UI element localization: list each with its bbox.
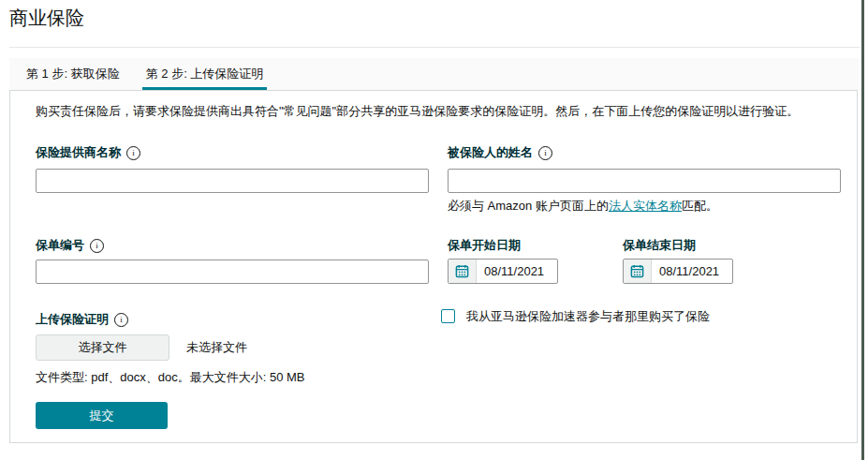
- policy-start-date-label: 保单开始日期: [448, 237, 521, 254]
- no-file-selected-text: 未选择文件: [186, 339, 247, 356]
- tab-step1-get-insurance[interactable]: 第 1 步: 获取保险: [13, 58, 133, 90]
- window-edge-line: [861, 0, 864, 460]
- insured-name-helper: 必须与 Amazon 账户页面上的法人实体名称匹配。: [448, 198, 718, 215]
- policy-end-date-input[interactable]: [652, 260, 732, 283]
- provider-name-input[interactable]: [36, 169, 429, 193]
- provider-name-label: 保险提供商名称 i: [36, 144, 140, 161]
- accelerator-checkbox-row: 我从亚马逊保险加速器参与者那里购买了保险: [441, 308, 710, 325]
- info-icon[interactable]: i: [538, 146, 552, 160]
- legal-entity-name-link[interactable]: 法人实体名称: [609, 199, 682, 213]
- policy-number-label: 保单编号 i: [36, 237, 104, 254]
- upload-proof-panel: 购买责任保险后，请要求保险提供商出具符合"常见问题"部分共享的亚马逊保险要求的保…: [9, 90, 858, 443]
- calendar-icon[interactable]: [449, 260, 477, 283]
- info-icon[interactable]: i: [126, 146, 140, 160]
- upload-proof-label: 上传保险证明 i: [36, 311, 128, 328]
- accelerator-checkbox-label[interactable]: 我从亚马逊保险加速器参与者那里购买了保险: [466, 308, 710, 325]
- submit-button[interactable]: 提交: [36, 402, 168, 429]
- file-upload-control: 选择文件 未选择文件: [36, 334, 247, 361]
- steps-tabbar: 第 1 步: 获取保险 第 2 步: 上传保险证明: [9, 58, 860, 90]
- choose-file-button[interactable]: 选择文件: [36, 334, 169, 361]
- policy-end-date-label: 保单结束日期: [623, 237, 696, 254]
- tab-step2-upload-proof[interactable]: 第 2 步: 上传保险证明: [133, 58, 277, 90]
- insured-name-input[interactable]: [448, 169, 841, 193]
- info-icon[interactable]: i: [114, 313, 128, 327]
- info-icon[interactable]: i: [90, 239, 104, 253]
- policy-start-date-field: [448, 259, 558, 284]
- policy-start-date-input[interactable]: [477, 260, 557, 283]
- calendar-icon[interactable]: [624, 260, 652, 283]
- accelerator-checkbox[interactable]: [441, 309, 455, 323]
- file-type-hint: 文件类型: pdf、docx、doc。最大文件大小: 50 MB: [36, 369, 305, 386]
- policy-number-input[interactable]: [36, 260, 429, 284]
- panel-description: 购买责任保险后，请要求保险提供商出具符合"常见问题"部分共享的亚马逊保险要求的保…: [36, 103, 831, 120]
- insured-name-label: 被保险人的姓名 i: [448, 144, 552, 161]
- policy-end-date-field: [623, 259, 733, 284]
- page-title: 商业保险: [9, 6, 84, 31]
- title-divider: [9, 47, 860, 48]
